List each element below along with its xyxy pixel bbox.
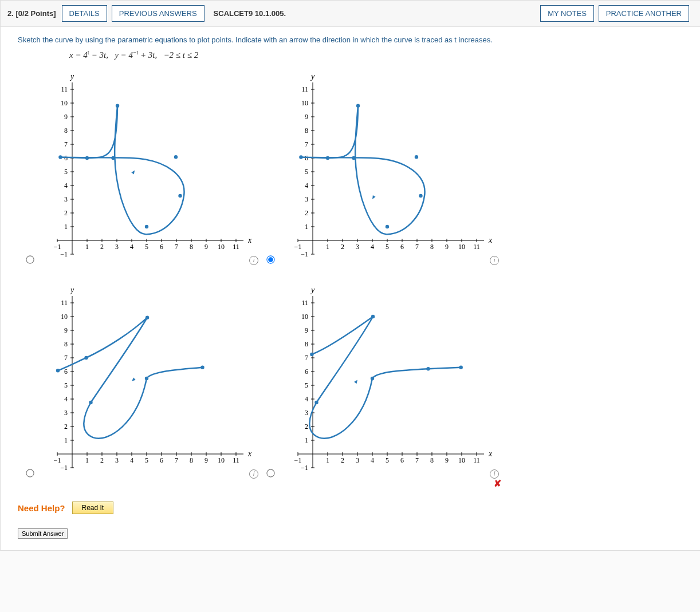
svg-text:1: 1 [64, 436, 68, 444]
svg-text:1: 1 [326, 243, 329, 251]
svg-point-112 [356, 104, 360, 108]
svg-text:3: 3 [64, 409, 68, 417]
svg-marker-178 [132, 378, 136, 381]
svg-text:8: 8 [430, 243, 434, 251]
svg-text:9: 9 [445, 456, 449, 464]
svg-text:1: 1 [326, 456, 329, 464]
svg-text:1: 1 [305, 223, 308, 231]
read-it-button[interactable]: Read It [72, 502, 114, 514]
svg-point-173 [89, 401, 92, 404]
svg-text:5: 5 [145, 456, 148, 464]
svg-point-55 [178, 194, 182, 198]
svg-text:x: x [488, 236, 493, 244]
svg-text:9: 9 [305, 326, 308, 334]
svg-text:9: 9 [205, 243, 208, 251]
svg-text:2: 2 [100, 243, 104, 251]
svg-text:2: 2 [341, 456, 344, 464]
svg-text:4: 4 [371, 456, 374, 464]
previous-answers-button[interactable]: PREVIOUS ANSWERS [112, 5, 205, 22]
svg-text:7: 7 [415, 243, 419, 251]
option-b-radio[interactable] [266, 255, 274, 263]
svg-text:10: 10 [218, 243, 225, 251]
my-notes-button[interactable]: MY NOTES [540, 5, 594, 22]
svg-text:6: 6 [400, 456, 404, 464]
svg-point-52 [116, 104, 119, 108]
svg-text:5: 5 [386, 456, 389, 464]
svg-text:5: 5 [386, 243, 389, 251]
svg-text:9: 9 [64, 113, 68, 121]
svg-text:y: y [310, 72, 315, 81]
submit-answer-button[interactable]: Submit Answer [18, 528, 68, 539]
option-a-radio[interactable] [26, 255, 34, 263]
svg-point-176 [84, 356, 88, 360]
option-d-radio[interactable] [266, 469, 274, 477]
svg-point-56 [174, 155, 178, 159]
svg-text:1: 1 [305, 436, 308, 444]
option-c-radio[interactable] [26, 469, 34, 477]
option-a-chart[interactable]: −11234567891011−11234567891011xy i [41, 69, 258, 265]
svg-text:2: 2 [341, 243, 344, 251]
svg-text:9: 9 [205, 456, 208, 464]
practice-another-button[interactable]: PRACTICE ANOTHER [599, 5, 689, 22]
svg-text:10: 10 [61, 99, 68, 107]
svg-point-232 [314, 401, 318, 404]
option-d-chart[interactable]: −11234567891011−11234567891011xy i ✘ [281, 282, 499, 479]
info-icon[interactable]: i [249, 469, 258, 479]
svg-marker-59 [131, 171, 135, 175]
svg-text:7: 7 [175, 456, 178, 464]
svg-text:−1: −1 [301, 250, 308, 258]
svg-text:4: 4 [64, 395, 68, 403]
svg-text:x: x [247, 449, 252, 458]
svg-text:11: 11 [473, 456, 480, 464]
svg-text:8: 8 [64, 127, 68, 135]
svg-text:10: 10 [218, 456, 225, 464]
svg-text:6: 6 [305, 368, 308, 376]
svg-text:x: x [247, 236, 252, 244]
source-label: SCALCET9 10.1.005. [214, 9, 286, 18]
info-icon[interactable]: i [249, 256, 258, 265]
svg-text:−1: −1 [60, 464, 68, 472]
svg-point-58 [58, 155, 62, 159]
option-b-chart[interactable]: −11234567891011−11234567891011xy i [281, 69, 499, 265]
svg-point-175 [200, 366, 204, 369]
svg-marker-237 [354, 380, 357, 384]
svg-text:−1: −1 [54, 243, 61, 251]
svg-text:3: 3 [356, 456, 359, 464]
svg-point-117 [326, 156, 329, 160]
svg-text:7: 7 [415, 456, 419, 464]
svg-point-113 [352, 156, 355, 160]
svg-marker-119 [372, 195, 376, 199]
option-c-chart[interactable]: −11234567891011−11234567891011xy i [41, 282, 258, 479]
svg-point-116 [415, 155, 418, 159]
svg-text:10: 10 [61, 313, 68, 321]
svg-point-231 [371, 315, 375, 318]
prompt-text: Sketch the curve by using the parametric… [18, 35, 683, 44]
svg-text:y: y [69, 286, 74, 294]
answer-options-grid: −11234567891011−11234567891011xy i −1123… [18, 69, 683, 479]
svg-text:1: 1 [85, 456, 89, 464]
info-icon[interactable]: i [490, 469, 499, 479]
svg-text:8: 8 [430, 456, 434, 464]
svg-point-53 [111, 156, 115, 160]
svg-text:3: 3 [356, 243, 359, 251]
svg-text:5: 5 [64, 168, 68, 176]
svg-text:7: 7 [175, 243, 178, 251]
svg-text:6: 6 [160, 456, 163, 464]
svg-text:−1: −1 [294, 243, 302, 251]
svg-text:11: 11 [301, 85, 308, 93]
need-help-row: Need Help? Read It [18, 502, 683, 514]
svg-text:4: 4 [64, 181, 68, 189]
svg-text:3: 3 [305, 409, 308, 417]
svg-text:−1: −1 [54, 456, 61, 464]
svg-text:3: 3 [115, 243, 119, 251]
info-icon[interactable]: i [490, 256, 499, 265]
svg-text:4: 4 [130, 243, 133, 251]
svg-text:3: 3 [305, 195, 308, 203]
svg-text:2: 2 [305, 209, 308, 217]
question-header: 2. [0/2 Points] DETAILS PREVIOUS ANSWERS… [1, 1, 700, 27]
details-button[interactable]: DETAILS [62, 5, 107, 22]
svg-text:5: 5 [305, 381, 308, 389]
svg-text:8: 8 [190, 456, 193, 464]
svg-text:6: 6 [400, 243, 404, 251]
svg-text:8: 8 [64, 340, 68, 348]
